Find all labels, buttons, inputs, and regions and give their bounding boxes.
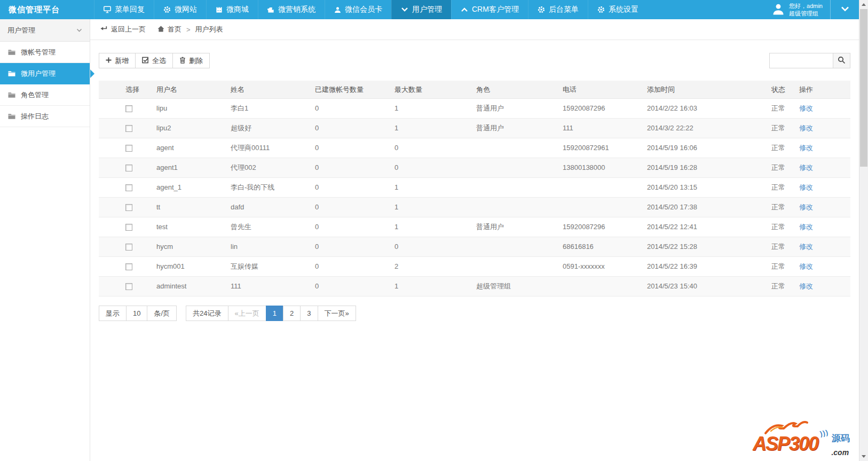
edit-link[interactable]: 修改 — [799, 144, 813, 152]
search-button[interactable] — [833, 53, 850, 68]
edit-link[interactable]: 修改 — [799, 243, 813, 251]
select-all-button[interactable]: 全选 — [135, 53, 173, 68]
row-checkbox[interactable] — [125, 204, 132, 211]
puzzle-icon — [267, 6, 274, 13]
nav-item-micro-marketing[interactable]: 微营销系统 — [258, 0, 325, 19]
status-badge: 正常 — [767, 277, 795, 296]
status-badge: 正常 — [767, 138, 795, 158]
cell-created: 0 — [311, 198, 390, 217]
row-checkbox[interactable] — [125, 224, 132, 231]
nav-item-user-management[interactable]: 用户管理 — [391, 0, 451, 19]
nav-item-backend-menu[interactable]: 后台菜单 — [528, 0, 588, 19]
cell-role — [472, 257, 558, 277]
cell-name: 代理商00111 — [226, 138, 311, 158]
watermark-main-text: ASP300 — [753, 435, 818, 452]
user-greeting: 您好，admin — [789, 3, 823, 9]
table-row: hycm001 互娱传媒 0 2 0591-xxxxxxx 2014/5/22 … — [99, 257, 850, 277]
nav-item-label: 微信会员卡 — [345, 5, 382, 14]
sidebar: 用户管理 微帐号管理 微用户管理 角色管理 操作日志 — [0, 19, 90, 461]
search-input[interactable] — [769, 53, 833, 68]
user-info: 您好，admin 超级管理组 — [789, 2, 823, 18]
nav-item-system-settings[interactable]: 系统设置 — [588, 0, 648, 19]
row-checkbox[interactable] — [125, 165, 132, 171]
row-checkbox[interactable] — [125, 184, 132, 191]
edit-link[interactable]: 修改 — [799, 262, 813, 270]
top-navigation-bar: 微信管理平台 菜单回复 微网站 微商城 微营销系统 微信会员卡 用户管理 CRM… — [0, 0, 868, 19]
page-button-3[interactable]: 3 — [300, 306, 318, 321]
row-checkbox[interactable] — [125, 105, 132, 112]
nav-item-label: 微营销系统 — [278, 5, 315, 14]
nav-item-member-card[interactable]: 微信会员卡 — [325, 0, 391, 19]
row-checkbox[interactable] — [125, 244, 132, 251]
column-header-action: 操作 — [795, 81, 850, 99]
sidebar-item-label: 操作日志 — [21, 112, 49, 121]
main-content: 返回上一页 首页 > 用户列表 新增 全选 删除 — [90, 19, 859, 461]
table-header-row: 选择 用户名 姓名 已建微帐号数量 最大数量 角色 电话 添加时间 状态 操作 — [99, 81, 850, 99]
row-checkbox[interactable] — [125, 283, 132, 290]
sidebar-section-header[interactable]: 用户管理 — [0, 19, 90, 42]
column-header-username: 用户名 — [152, 81, 226, 99]
cell-max: 0 — [390, 138, 472, 158]
prev-page-button[interactable]: «上一页 — [228, 306, 266, 321]
user-role: 超级管理组 — [789, 10, 818, 17]
edit-link[interactable]: 修改 — [799, 183, 813, 191]
cell-role — [472, 158, 558, 178]
sidebar-item-role-management[interactable]: 角色管理 — [0, 84, 90, 106]
vertical-scrollbar[interactable] — [859, 0, 868, 461]
scroll-down-button[interactable] — [859, 452, 868, 461]
edit-link[interactable]: 修改 — [799, 203, 813, 211]
status-badge: 正常 — [767, 178, 795, 198]
scroll-up-button[interactable] — [859, 0, 868, 9]
scrollbar-thumb[interactable] — [860, 9, 867, 167]
edit-link[interactable]: 修改 — [799, 124, 813, 132]
page-button-2[interactable]: 2 — [283, 306, 301, 321]
app-title: 微信管理平台 — [0, 0, 94, 19]
row-checkbox[interactable] — [125, 145, 132, 152]
monitor-icon — [104, 6, 111, 13]
add-button[interactable]: 新增 — [99, 53, 136, 68]
delete-button[interactable]: 删除 — [172, 53, 210, 68]
cell-role — [472, 138, 558, 158]
sidebar-item-operation-log[interactable]: 操作日志 — [0, 106, 90, 127]
nav-item-micro-site[interactable]: 微网站 — [154, 0, 206, 19]
watermark-tag-text: 源码 — [832, 432, 850, 444]
sidebar-item-micro-account-management[interactable]: 微帐号管理 — [0, 42, 90, 63]
next-page-button[interactable]: 下一页» — [318, 306, 356, 321]
nav-item-micro-mall[interactable]: 微商城 — [206, 0, 258, 19]
cell-created: 0 — [311, 119, 390, 138]
breadcrumb-home-link[interactable]: 首页 — [157, 25, 182, 34]
cell-added: 2014/5/19 16:28 — [643, 158, 767, 178]
page-size-value[interactable]: 10 — [126, 306, 147, 321]
asp300-watermark-logo: ASP300 ))) 源码 .com — [753, 420, 854, 458]
topbar-collapse-button[interactable] — [830, 0, 859, 19]
delete-button-label: 删除 — [189, 56, 203, 66]
cell-added: 2014/5/22 15:28 — [643, 237, 767, 257]
page-size-show-label: 显示 — [99, 306, 127, 321]
cell-role — [472, 237, 558, 257]
page-button-1[interactable]: 1 — [266, 306, 283, 321]
chevron-up-icon — [461, 7, 468, 12]
watermark-side: ))) 源码 .com — [820, 431, 850, 452]
cell-role: 普通用户 — [472, 99, 558, 119]
edit-link[interactable]: 修改 — [799, 104, 813, 112]
row-checkbox[interactable] — [125, 125, 132, 132]
edit-link[interactable]: 修改 — [799, 282, 813, 290]
cell-added: 2014/5/20 13:15 — [643, 178, 767, 198]
nav-item-menu-reply[interactable]: 菜单回复 — [94, 0, 154, 19]
cell-name: 代理002 — [226, 158, 311, 178]
sidebar-item-micro-user-management[interactable]: 微用户管理 — [0, 63, 90, 84]
cell-username: agent — [152, 138, 226, 158]
cell-name: 互娱传媒 — [226, 257, 311, 277]
edit-link[interactable]: 修改 — [799, 223, 813, 231]
nav-item-crm[interactable]: CRM客户管理 — [451, 0, 528, 19]
row-checkbox[interactable] — [125, 263, 132, 270]
page-size-unit-label: 条/页 — [147, 306, 177, 321]
folder-icon — [7, 113, 16, 120]
cell-name: 111 — [226, 277, 311, 296]
user-account-menu[interactable]: 您好，admin 超级管理组 — [764, 0, 830, 19]
cell-name: 李白-我的下线 — [226, 178, 311, 198]
cell-added: 2014/5/20 17:38 — [643, 198, 767, 217]
back-link[interactable]: 返回上一页 — [100, 25, 146, 34]
edit-link[interactable]: 修改 — [799, 163, 813, 171]
cell-max: 0 — [390, 158, 472, 178]
